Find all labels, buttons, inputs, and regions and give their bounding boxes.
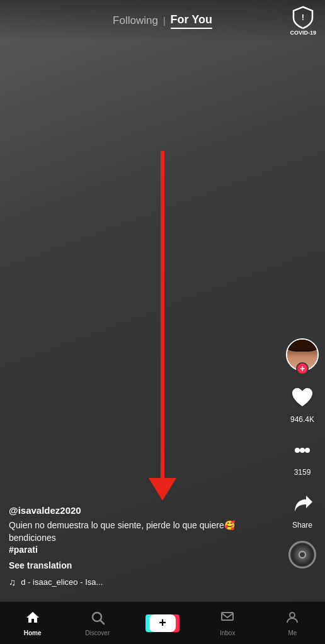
follow-plus-icon[interactable]: + [296, 362, 309, 375]
svg-text:!: ! [302, 13, 304, 22]
me-nav-label: Me [288, 630, 297, 636]
home-icon [25, 610, 40, 628]
discover-nav-label: Discover [85, 630, 110, 636]
music-name: d - isaac_eliceo - Isa... [21, 577, 103, 587]
bottom-navigation: Home Discover + Inbox [0, 601, 325, 644]
comment-icon [288, 436, 316, 464]
for-you-tab[interactable]: For You [171, 13, 212, 29]
share-button[interactable]: Share [287, 488, 317, 530]
profile-icon [285, 610, 300, 628]
music-note-icon: ♫ [9, 577, 16, 587]
creator-avatar[interactable]: + [286, 338, 319, 371]
video-caption: Quien no demuestra lo que siente, pierde… [9, 519, 275, 557]
heart-icon [288, 384, 316, 411]
nav-me[interactable]: Me [260, 610, 325, 636]
sound-disc[interactable] [288, 541, 316, 569]
nav-inbox[interactable]: Inbox [195, 610, 260, 636]
creator-username[interactable]: @isavaldez2020 [9, 505, 275, 516]
svg-point-3 [305, 448, 310, 453]
share-icon [288, 489, 316, 517]
covid-badge-button[interactable]: ! COVID-19 [290, 5, 316, 36]
right-action-bar: + 946.4K 3159 Share [286, 338, 319, 569]
nav-create[interactable]: + [130, 613, 195, 633]
svg-point-1 [295, 448, 300, 453]
following-tab[interactable]: Following [113, 14, 163, 27]
inbox-icon [220, 610, 235, 628]
video-info-overlay: @isavaldez2020 Quien no demuestra lo que… [9, 505, 275, 587]
comment-button[interactable]: 3159 [287, 435, 317, 477]
top-navigation: Following | For You ! COVID-19 [0, 0, 325, 42]
svg-point-2 [300, 448, 305, 453]
like-button[interactable]: 946.4K [287, 382, 317, 424]
svg-line-5 [100, 620, 104, 624]
svg-point-6 [290, 613, 295, 618]
annotation-arrow [149, 151, 176, 501]
search-icon [90, 610, 105, 628]
nav-discover[interactable]: Discover [65, 610, 130, 636]
active-tab-indicator [171, 28, 212, 29]
home-nav-label: Home [24, 630, 42, 636]
music-info[interactable]: ♫ d - isaac_eliceo - Isa... [9, 577, 275, 587]
see-translation-button[interactable]: See translation [9, 560, 275, 570]
inbox-nav-label: Inbox [220, 630, 235, 636]
nav-home[interactable]: Home [0, 610, 65, 636]
shield-icon: ! [291, 5, 315, 29]
nav-divider: | [163, 16, 166, 26]
create-button[interactable]: + [147, 613, 178, 633]
